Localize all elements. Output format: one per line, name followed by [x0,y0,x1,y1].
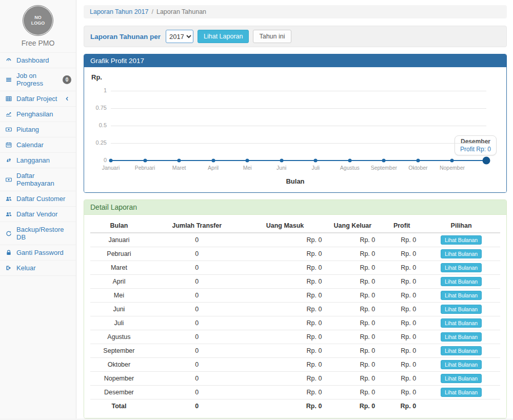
sidebar-item-langganan[interactable]: Langganan [0,153,76,168]
sidebar-item-label: Piutang [16,126,71,133]
filter-label: Laporan Tahunan per [90,33,161,41]
money-icon [5,126,13,133]
row-profit: Rp. 0 [381,372,422,386]
sidebar-item-daftar-vendor[interactable]: Daftar Vendor [0,207,76,222]
row-profit: Rp. 0 [381,275,422,289]
lihat-bulanan-button[interactable]: Lihat Bulanan [441,346,482,355]
lihat-bulanan-button[interactable]: Lihat Bulanan [441,360,482,369]
row-profit: Rp. 0 [381,261,422,275]
row-month: Januari [90,233,148,247]
row-uang-masuk: Rp. 0 [246,275,324,289]
profit-series [111,160,486,161]
tasks-icon [5,76,13,83]
y-tick-label: 0 [90,157,107,163]
sidebar-item-piutang[interactable]: Piutang [0,122,76,137]
sidebar-item-label: Daftar Pembayaran [16,172,71,187]
row-uang-masuk: Rp. 0 [246,330,324,344]
lihat-bulanan-button[interactable]: Lihat Bulanan [441,277,482,286]
total-label: Total [90,399,148,412]
col-header-pilihan: Pilihan [422,219,500,233]
row-jumlah-transfer: 0 [148,289,246,303]
table-row: Agustus0Rp. 0Rp. 0Rp. 0Lihat Bulanan [90,330,500,344]
row-uang-keluar: Rp. 0 [324,344,381,358]
lihat-bulanan-button[interactable]: Lihat Bulanan [441,388,482,397]
row-uang-masuk: Rp. 0 [246,303,324,316]
sidebar-item-daftar-project[interactable]: Daftar Project [0,91,76,107]
profit-chart-panel: Grafik Profit 2017 Rp. Desember Profit R… [84,54,507,193]
row-profit: Rp. 0 [381,386,422,399]
table-row: Nopember0Rp. 0Rp. 0Rp. 0Lihat Bulanan [90,372,500,386]
lihat-laporan-button[interactable]: Lihat Laporan [198,30,249,43]
sidebar-item-label: Dashboard [16,56,71,64]
chart-tooltip: Desember Profit Rp: 0 [455,135,497,155]
row-jumlah-transfer: 0 [148,316,246,330]
x-tick-label: Nopember [440,165,465,171]
lihat-bulanan-button[interactable]: Lihat Bulanan [441,235,482,245]
sidebar-item-calendar[interactable]: Calendar [0,137,76,153]
row-jumlah-transfer: 0 [148,344,246,358]
breadcrumb-separator: / [151,8,153,15]
row-profit: Rp. 0 [381,289,422,303]
sign-out-icon [5,265,13,272]
table-row: Januari0Rp. 0Rp. 0Rp. 0Lihat Bulanan [90,233,500,247]
y-tick-label: 0.25 [90,139,107,146]
sidebar-item-penghasilan[interactable]: Penghasilan [0,107,76,122]
total-uang-masuk: Rp. 0 [246,399,324,412]
sidebar-item-daftar-pembayaran[interactable]: Daftar Pembayaran [0,168,76,191]
table-row: September0Rp. 0Rp. 0Rp. 0Lihat Bulanan [90,344,500,358]
sidebar-item-keluar[interactable]: Keluar [0,261,76,276]
page: NO LOGO Free PMO DashboardJob on Progres… [0,0,513,418]
sidebar-item-ganti-password[interactable]: Ganti Password [0,245,76,261]
x-tick-label: Maret [172,165,186,171]
y-tick-label: 0.75 [90,105,107,111]
row-uang-masuk: Rp. 0 [246,372,324,386]
row-jumlah-transfer: 0 [148,358,246,372]
gridline [111,143,486,144]
table-row: Mei0Rp. 0Rp. 0Rp. 0Lihat Bulanan [90,289,500,303]
users-icon [5,211,13,218]
row-jumlah-transfer: 0 [148,386,246,399]
profit-line-chart: Desember Profit Rp: 0 10.750.50.250Janua… [90,83,500,174]
x-tick-label: April [208,165,219,171]
brand-name: Free PMO [0,35,76,52]
table-row: Pebruari0Rp. 0Rp. 0Rp. 0Lihat Bulanan [90,247,500,261]
lihat-bulanan-button[interactable]: Lihat Bulanan [441,305,482,314]
row-jumlah-transfer: 0 [148,330,246,344]
row-uang-masuk: Rp. 0 [246,344,324,358]
row-month: April [90,275,148,289]
lihat-bulanan-button[interactable]: Lihat Bulanan [441,374,482,383]
sidebar-menu: DashboardJob on Progress0Daftar ProjectP… [0,52,76,276]
lihat-bulanan-button[interactable]: Lihat Bulanan [441,263,482,272]
data-point [280,159,283,163]
sidebar-item-label: Penghasilan [16,110,71,118]
lihat-bulanan-button[interactable]: Lihat Bulanan [441,318,482,328]
sidebar-item-job-on-progress[interactable]: Job on Progress0 [0,68,76,91]
lihat-bulanan-button[interactable]: Lihat Bulanan [441,291,482,300]
lihat-bulanan-button[interactable]: Lihat Bulanan [441,332,482,342]
lihat-bulanan-button[interactable]: Lihat Bulanan [441,249,482,258]
row-uang-masuk: Rp. 0 [246,358,324,372]
sidebar-item-daftar-customer[interactable]: Daftar Customer [0,191,76,207]
table-icon [5,95,13,103]
sidebar-item-label: Job on Progress [16,72,59,87]
x-tick-label: Agustus [340,165,360,171]
detail-panel-title: Detail Laporan [84,200,506,215]
total-uang-keluar: Rp. 0 [324,399,381,412]
x-tick-label: Juli [311,165,320,171]
chart-x-axis-label: Bulan [90,177,500,185]
x-axis-labels: JanuariPebruariMaretAprilMeiJuniJuliAgus… [111,165,486,172]
row-uang-keluar: Rp. 0 [324,247,381,261]
sidebar-item-dashboard[interactable]: Dashboard [0,52,76,68]
gridline [111,91,486,91]
row-uang-masuk: Rp. 0 [246,233,324,247]
tahun-ini-button[interactable]: Tahun ini [253,30,291,43]
row-profit: Rp. 0 [381,303,422,316]
chart-y-axis-label: Rp. [91,73,500,81]
sidebar-item-backup-restore-db[interactable]: Backup/Restore DB [0,222,76,245]
row-uang-keluar: Rp. 0 [324,233,381,247]
col-header-bulan: Bulan [90,219,148,233]
table-total-row: Total 0 Rp. 0 Rp. 0 Rp. 0 [90,399,500,412]
data-point [450,159,454,163]
breadcrumb-link-laporan-tahun[interactable]: Laporan Tahun 2017 [90,8,148,15]
year-select[interactable]: 2017 [166,30,193,43]
